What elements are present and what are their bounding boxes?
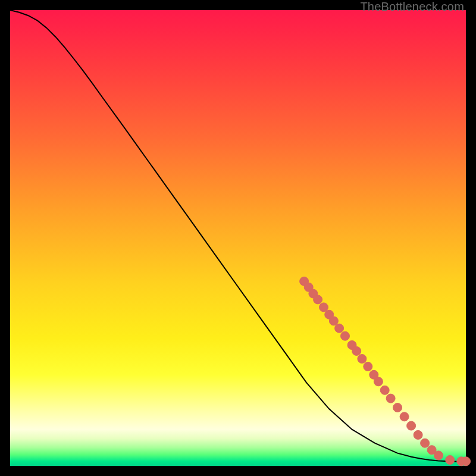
data-marker [358,355,367,364]
data-marker [421,439,430,447]
data-marker [341,331,350,340]
marker-group [300,277,471,466]
data-marker [374,377,383,386]
data-marker [380,386,389,394]
data-marker [335,324,344,333]
data-marker [407,421,416,430]
data-marker [314,295,322,304]
data-marker [400,412,409,421]
data-marker [446,456,455,465]
data-marker [462,457,471,466]
main-curve [10,10,466,462]
data-marker [386,394,395,403]
data-marker [320,303,328,312]
data-marker [364,362,372,371]
data-marker [434,451,443,460]
chart-svg [10,10,466,466]
data-marker [329,317,338,325]
data-marker [393,403,402,412]
data-marker [352,347,361,356]
data-marker [414,430,422,439]
